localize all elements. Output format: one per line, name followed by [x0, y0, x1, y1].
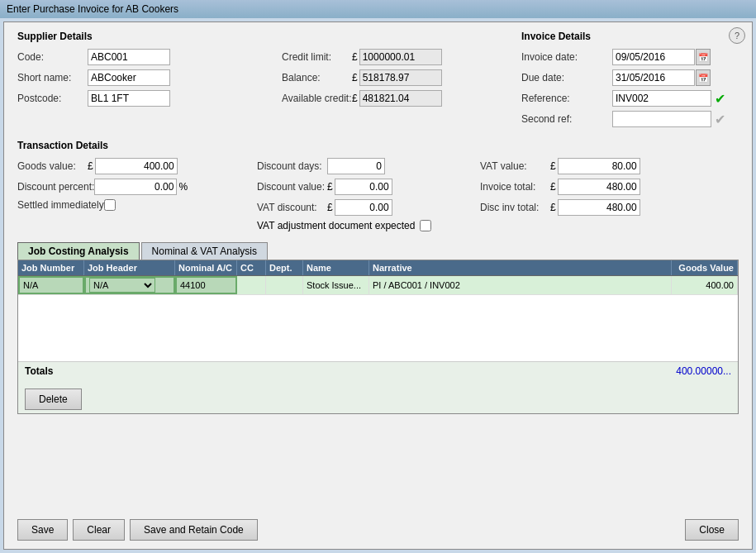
- tab-content: Job Number Job Header Nominal A/C CC Dep…: [17, 260, 739, 414]
- vat-value-input[interactable]: [558, 158, 640, 174]
- vat-discount-row: VAT discount: £: [257, 199, 472, 216]
- goods-value-label: Goods value:: [17, 160, 88, 172]
- invoice-date-calendar[interactable]: 📅: [696, 49, 711, 65]
- reference-check-icon: ✔: [715, 91, 725, 107]
- vat-adj-checkbox[interactable]: [420, 220, 431, 231]
- save-button[interactable]: Save: [17, 519, 68, 541]
- balance-currency: £: [352, 72, 358, 83]
- supplier-title: Supplier Details: [17, 31, 273, 42]
- invoice-total-label: Invoice total:: [480, 181, 550, 193]
- percent-symbol: %: [178, 181, 188, 193]
- settled-checkbox[interactable]: [104, 199, 116, 211]
- postcode-row: Postcode:: [17, 90, 273, 107]
- invoice-title: Invoice Details: [521, 31, 739, 42]
- code-label: Code:: [17, 51, 88, 63]
- th-job-number: Job Number: [18, 260, 84, 275]
- totals-value: 400.00000...: [665, 365, 731, 377]
- name-text: Stock Issue...: [307, 280, 361, 290]
- code-input[interactable]: [88, 49, 170, 65]
- vat-discount-label: VAT discount:: [257, 202, 327, 213]
- goods-value-input[interactable]: [95, 158, 178, 174]
- goods-value-text: 400.00: [706, 280, 734, 290]
- tab-job-costing[interactable]: Job Costing Analysis: [17, 242, 140, 260]
- td-dept: [266, 276, 303, 294]
- empty-rows-space: [18, 295, 738, 361]
- due-date-calendar[interactable]: 📅: [696, 69, 711, 86]
- due-date-input[interactable]: [612, 69, 695, 86]
- save-retain-button[interactable]: Save and Retain Code: [130, 519, 258, 541]
- delete-button[interactable]: Delete: [25, 389, 82, 410]
- close-button[interactable]: Close: [685, 519, 739, 541]
- vat-value-currency: £: [550, 160, 556, 172]
- content-area: Supplier Details Code: Short name: Postc…: [4, 22, 752, 422]
- discount-value-input[interactable]: [335, 179, 392, 195]
- totals-label: Totals: [25, 365, 665, 377]
- credit-limit-label: Credit limit:: [282, 51, 352, 63]
- available-credit-label: Available credit:: [282, 93, 352, 104]
- td-job-number: N/A: [18, 276, 84, 294]
- tabs-container: Job Costing Analysis Nominal & VAT Analy…: [17, 242, 739, 260]
- vat-adj-label: VAT adjustment document expected: [257, 220, 415, 231]
- vat-value-label: VAT value:: [480, 160, 550, 172]
- td-job-header[interactable]: N/A: [84, 276, 175, 294]
- th-dept: Dept.: [266, 260, 303, 275]
- available-credit-input: [359, 90, 442, 107]
- code-dropdown-wrapper: [88, 49, 170, 65]
- shortname-input[interactable]: [88, 69, 170, 86]
- code-row: Code:: [17, 49, 273, 65]
- reference-label: Reference:: [521, 93, 612, 104]
- help-button[interactable]: ?: [729, 27, 745, 44]
- vat-adj-row: VAT adjustment document expected: [257, 220, 472, 231]
- second-ref-row: Second ref: ✔: [521, 111, 739, 127]
- disc-inv-total-row: Disc inv total: £: [480, 199, 739, 216]
- due-date-row: Due date: 📅: [521, 69, 739, 86]
- job-header-select[interactable]: N/A: [89, 278, 155, 293]
- clear-button[interactable]: Clear: [73, 519, 125, 541]
- nominal-text: 44100: [180, 280, 206, 290]
- bottom-buttons: Save Clear Save and Retain Code Close: [17, 519, 739, 541]
- disc-inv-total-currency: £: [550, 202, 556, 213]
- invoice-section: Invoice Details Invoice date: 📅 Due date…: [505, 31, 739, 131]
- vat-discount-currency: £: [327, 202, 333, 213]
- trans-col3: VAT value: £ Invoice total: £ Disc inv t…: [472, 158, 739, 236]
- invoice-date-input[interactable]: [612, 49, 695, 65]
- reference-row: Reference: ✔: [521, 90, 739, 107]
- totals-row: Totals 400.00000...: [18, 361, 738, 380]
- th-nominal: Nominal A/C: [175, 260, 237, 275]
- narrative-text: PI / ABC001 / INV002: [373, 280, 460, 290]
- tab-content-inner: Job Number Job Header Nominal A/C CC Dep…: [18, 260, 738, 413]
- discount-days-input[interactable]: [327, 158, 385, 174]
- credit-limit-input: [359, 49, 442, 65]
- goods-value-row: Goods value: £: [17, 158, 249, 174]
- title-text: Enter Purchase Invoice for AB Cookers: [7, 3, 178, 15]
- goods-currency: £: [88, 160, 93, 172]
- disc-inv-total-label: Disc inv total:: [480, 202, 550, 213]
- discount-percent-row: Discount percent: %: [17, 179, 249, 195]
- shortname-row: Short name:: [17, 69, 273, 86]
- invoice-total-row: Invoice total: £: [480, 179, 739, 195]
- discount-days-label: Discount days:: [257, 160, 327, 172]
- disc-inv-total-input[interactable]: [558, 199, 640, 216]
- invoice-total-input[interactable]: [558, 179, 640, 195]
- second-ref-input[interactable]: [612, 111, 711, 127]
- discount-value-currency: £: [327, 181, 333, 193]
- trans-col2: Discount days: Discount value: £ VAT dis…: [249, 158, 472, 236]
- th-job-header: Job Header: [84, 260, 175, 275]
- transaction-section: Transaction Details Goods value: £ Disco…: [17, 140, 739, 236]
- due-date-label: Due date:: [521, 72, 612, 83]
- trans-col1: Goods value: £ Discount percent: % Settl…: [17, 158, 249, 236]
- credit-limit-row: Credit limit: £: [282, 49, 505, 65]
- top-section: Supplier Details Code: Short name: Postc…: [17, 31, 739, 131]
- title-bar: Enter Purchase Invoice for AB Cookers: [0, 0, 756, 18]
- reference-input[interactable]: [612, 90, 711, 107]
- vat-discount-input[interactable]: [335, 199, 392, 216]
- shortname-label: Short name:: [17, 72, 88, 83]
- postcode-label: Postcode:: [17, 93, 88, 104]
- delete-btn-area: Delete: [18, 385, 738, 413]
- available-credit-currency: £: [352, 93, 358, 104]
- postcode-input[interactable]: [88, 90, 170, 107]
- discount-percent-input[interactable]: [94, 179, 177, 195]
- table-row: N/A N/A 44100: [18, 276, 738, 295]
- balance-label: Balance:: [282, 72, 352, 83]
- tab-nominal-vat[interactable]: Nominal & VAT Analysis: [141, 242, 268, 260]
